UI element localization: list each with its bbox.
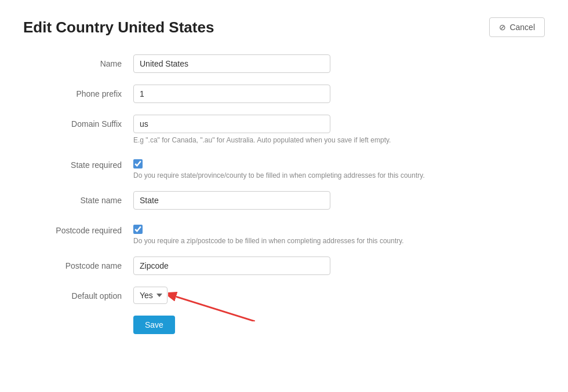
domain-suffix-label: Domain Suffix bbox=[23, 115, 133, 129]
domain-suffix-row: Domain Suffix E.g ".ca" for Canada, ".au… bbox=[23, 115, 487, 144]
domain-suffix-input[interactable] bbox=[133, 115, 330, 133]
cancel-icon: ⊘ bbox=[499, 23, 506, 32]
page-header: Edit Country United States ⊘ Cancel bbox=[23, 17, 545, 37]
save-row: Save bbox=[23, 316, 487, 334]
postcode-name-input[interactable] bbox=[133, 257, 330, 275]
name-label: Name bbox=[23, 54, 133, 68]
save-field: Save bbox=[133, 316, 487, 334]
save-label: Save bbox=[145, 320, 163, 329]
phone-prefix-label: Phone prefix bbox=[23, 85, 133, 98]
postcode-name-label: Postcode name bbox=[23, 257, 133, 270]
name-row: Name bbox=[23, 54, 487, 73]
state-required-hint: Do you require state/province/county to … bbox=[133, 171, 446, 179]
name-field bbox=[133, 54, 487, 73]
cancel-button[interactable]: ⊘ Cancel bbox=[489, 17, 545, 37]
form-container: Name Phone prefix Domain Suffix E.g ".ca… bbox=[23, 54, 487, 334]
postcode-name-field bbox=[133, 257, 487, 275]
state-name-field bbox=[133, 191, 487, 210]
cancel-label: Cancel bbox=[509, 23, 535, 32]
default-option-label: Default option bbox=[23, 287, 133, 301]
postcode-name-row: Postcode name bbox=[23, 257, 487, 275]
state-required-field: Do you require state/province/county to … bbox=[133, 156, 487, 179]
state-name-label: State name bbox=[23, 191, 133, 205]
default-option-select[interactable]: Yes No bbox=[133, 287, 168, 304]
state-required-checkbox-wrapper bbox=[133, 156, 487, 168]
phone-prefix-input[interactable] bbox=[133, 85, 330, 103]
state-name-input[interactable] bbox=[133, 191, 330, 210]
phone-prefix-field bbox=[133, 85, 487, 103]
default-option-field: Yes No bbox=[133, 287, 487, 304]
save-spacer bbox=[23, 316, 133, 320]
postcode-required-hint: Do you require a zip/postcode to be fill… bbox=[133, 237, 446, 245]
state-required-label: State required bbox=[23, 156, 133, 170]
default-option-row: Default option Yes No bbox=[23, 287, 487, 304]
domain-suffix-hint: E.g ".ca" for Canada, ".au" for Australi… bbox=[133, 136, 446, 144]
save-button[interactable]: Save bbox=[133, 316, 175, 334]
postcode-required-field: Do you require a zip/postcode to be fill… bbox=[133, 221, 487, 245]
page-title: Edit Country United States bbox=[23, 19, 214, 36]
postcode-required-row: Postcode required Do you require a zip/p… bbox=[23, 221, 487, 245]
state-required-row: State required Do you require state/prov… bbox=[23, 156, 487, 179]
annotation-arrow bbox=[168, 278, 255, 321]
postcode-required-checkbox-wrapper bbox=[133, 221, 487, 234]
postcode-required-label: Postcode required bbox=[23, 221, 133, 235]
name-input[interactable] bbox=[133, 54, 330, 73]
state-required-checkbox[interactable] bbox=[133, 159, 143, 168]
postcode-required-checkbox[interactable] bbox=[133, 225, 143, 234]
arrow-container: Yes No bbox=[133, 287, 487, 304]
page-container: Edit Country United States ⊘ Cancel Name… bbox=[0, 0, 568, 363]
phone-prefix-row: Phone prefix bbox=[23, 85, 487, 103]
domain-suffix-field: E.g ".ca" for Canada, ".au" for Australi… bbox=[133, 115, 487, 144]
state-name-row: State name bbox=[23, 191, 487, 210]
